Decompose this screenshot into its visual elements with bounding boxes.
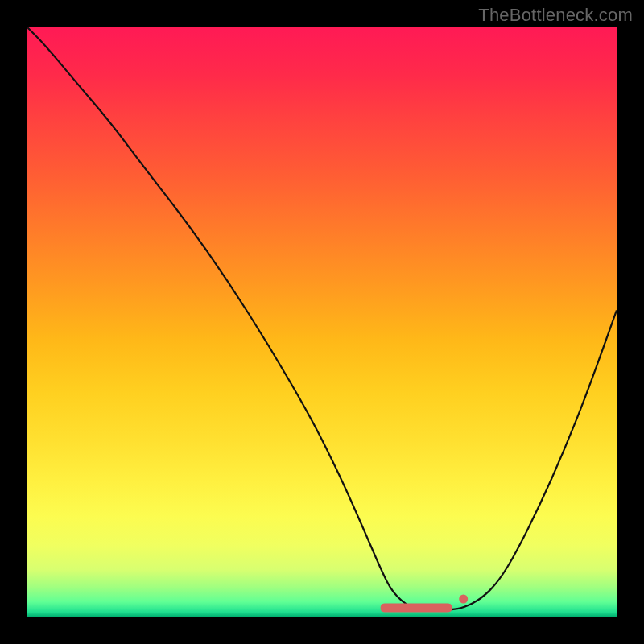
watermark-text: TheBottleneck.com xyxy=(478,5,633,26)
chart-plot-area xyxy=(27,27,617,617)
bottleneck-curve xyxy=(27,27,617,611)
chart-svg xyxy=(27,27,617,617)
optimal-end-dot xyxy=(459,595,468,604)
optimal-range-marker xyxy=(381,604,452,612)
